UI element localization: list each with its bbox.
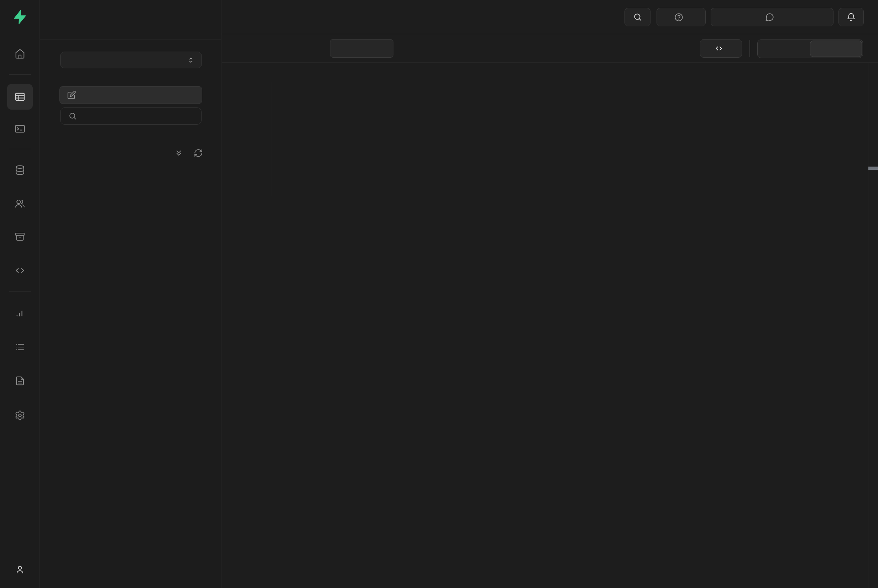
rail-docs[interactable] — [7, 368, 33, 394]
rail-storage[interactable] — [7, 224, 33, 249]
rail-account[interactable] — [7, 556, 33, 582]
indent-guide — [272, 82, 272, 196]
sql-editor-icon — [14, 123, 26, 135]
table-editor-icon — [14, 91, 26, 102]
supabase-studio-app — [0, 0, 878, 588]
code-brackets-icon — [714, 44, 723, 52]
rail-authentication[interactable] — [7, 191, 33, 216]
help-circle-icon — [674, 12, 684, 22]
logs-icon — [15, 342, 25, 352]
schema-select[interactable] — [60, 52, 202, 68]
topbar — [222, 0, 878, 34]
table-name-chip — [330, 39, 393, 58]
database-icon — [15, 165, 25, 176]
home-icon — [15, 48, 25, 59]
search-icon — [68, 112, 77, 120]
rail-divider — [9, 149, 31, 149]
global-search-button[interactable] — [624, 8, 650, 26]
main-panel — [222, 0, 878, 588]
feedback-bubble-icon — [765, 12, 774, 22]
bell-icon — [846, 12, 856, 22]
sidebar-header — [40, 0, 221, 40]
chevron-up-down-icon — [186, 56, 195, 64]
new-table-button[interactable] — [60, 86, 202, 104]
table-editor-sidebar — [40, 0, 221, 588]
sql-definition-header — [222, 34, 878, 63]
storage-icon — [15, 231, 25, 242]
search-tables-input[interactable] — [90, 111, 179, 122]
api-code-icon — [14, 265, 26, 276]
edit-pencil-icon — [67, 90, 76, 100]
collapse-all-chevrons-icon[interactable] — [174, 148, 183, 158]
auth-users-icon — [15, 198, 25, 209]
refresh-icon[interactable] — [194, 148, 203, 158]
supabase-logo[interactable] — [12, 9, 28, 25]
rail-divider — [9, 291, 31, 291]
rail-sql-editor[interactable] — [7, 116, 33, 142]
feedback-button[interactable] — [711, 8, 833, 26]
scrollbar-marker — [868, 166, 878, 170]
nav-rail — [0, 0, 40, 588]
annotation-red-box — [753, 36, 870, 60]
rail-reports[interactable] — [7, 300, 33, 326]
divider — [749, 40, 750, 57]
rail-table-editor[interactable] — [7, 84, 33, 110]
rail-divider — [9, 74, 31, 75]
rail-home[interactable] — [7, 41, 33, 66]
rail-database[interactable] — [7, 158, 33, 183]
rail-settings[interactable] — [7, 402, 33, 428]
tables-section-header — [40, 144, 221, 162]
rail-api[interactable] — [7, 258, 33, 284]
settings-gear-icon — [15, 410, 25, 421]
docs-icon — [15, 375, 25, 386]
account-user-icon — [15, 564, 25, 575]
search-icon — [633, 12, 642, 22]
help-button[interactable] — [657, 8, 706, 26]
rail-logs[interactable] — [7, 334, 33, 360]
notifications-button[interactable] — [839, 8, 864, 26]
api-button[interactable] — [700, 39, 742, 58]
sql-editor[interactable] — [222, 63, 878, 588]
search-tables-box — [60, 108, 201, 124]
scrollbar-track[interactable] — [868, 63, 868, 588]
reports-icon — [15, 308, 25, 318]
